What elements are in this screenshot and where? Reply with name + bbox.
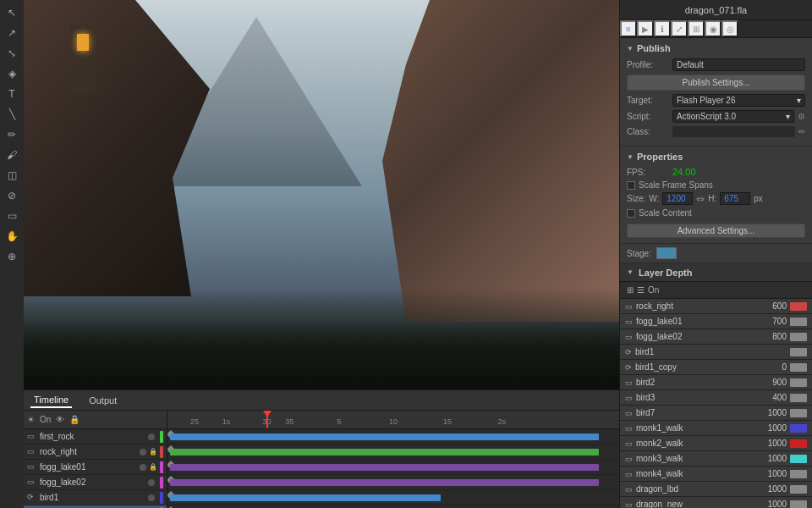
scale-content-checkbox[interactable]	[627, 209, 635, 218]
ld-layer-value: 400	[756, 393, 787, 402]
left-toolbar: ↖ ↗ ⤡ ◈ T ╲ ✏ 🖌 ◫ ⊘ ▭ ✋ ⊕	[0, 0, 24, 508]
ruler-mark-15: 15	[443, 417, 452, 426]
free-transform-tool[interactable]: ⤡	[3, 44, 21, 63]
info-icon-btn[interactable]: ℹ	[654, 20, 671, 37]
stage-row: Stage:	[620, 244, 812, 263]
script-settings-btn[interactable]: ⚙	[798, 112, 805, 121]
profile-value: Default	[672, 58, 805, 71]
timeline-area: Timeline Output ☀ On 👁 🔒 ▭ first_rock	[24, 389, 619, 508]
tab-output[interactable]: Output	[85, 394, 120, 407]
fps-value[interactable]: 24.00	[672, 167, 696, 177]
advanced-settings-btn[interactable]: Advanced Settings...	[627, 224, 805, 238]
pencil-tool[interactable]: ✏	[3, 125, 21, 144]
stage-color-swatch[interactable]	[656, 247, 677, 259]
ld-row-rock-right[interactable]: ▭ rock_right 600	[620, 299, 812, 314]
publish-section: ▼ Publish Profile: Default Publish Setti…	[620, 38, 812, 146]
layer-color-bar	[160, 446, 163, 458]
layer-depth-title: Layer Depth	[639, 268, 693, 278]
layer-name: first_rock	[40, 432, 145, 441]
class-input[interactable]	[672, 126, 795, 137]
subselection-tool[interactable]: ↗	[3, 24, 21, 42]
track-bar	[170, 464, 599, 471]
scale-content-label: Scale Content	[639, 208, 692, 218]
ld-layer-value: 1000	[756, 469, 787, 478]
track-row-bird1[interactable]	[167, 490, 619, 505]
ld-row-bird7[interactable]: ▭ bird7 1000	[620, 406, 812, 421]
canvas-area[interactable]	[24, 0, 619, 389]
ld-row-dragon-new[interactable]: ▭ dragon_new 1000	[620, 497, 812, 508]
ld-layer-name: dragon_new	[636, 500, 753, 508]
stage-canvas	[24, 0, 619, 389]
ld-row-monk3-walk[interactable]: ▭ monk3_walk 1000	[620, 451, 812, 467]
eyedropper-tool[interactable]: ⊘	[3, 186, 21, 205]
layer-lock-icon: 🔒	[69, 415, 80, 424]
ld-row-fogg-lake01[interactable]: ▭ fogg_lake01 700	[620, 314, 812, 329]
width-value[interactable]: 1200	[662, 192, 693, 205]
ld-row-monk2-walk[interactable]: ▭ monk2_walk 1000	[620, 436, 812, 451]
ld-row-bird1[interactable]: ⟳ bird1	[620, 345, 812, 360]
gradient-tool[interactable]: ◈	[3, 64, 21, 83]
layer-rock-right[interactable]: ▭ rock_right 🔒	[24, 444, 167, 460]
publish-icon-btn[interactable]: ▶	[637, 20, 654, 37]
ld-row-fogg-lake02[interactable]: ▭ fogg_lake02 800	[620, 329, 812, 345]
layer-bird1[interactable]: ⟳ bird1	[24, 490, 167, 505]
layer-depth-rows: ▭ rock_right 600 ▭ fogg_lake01 700 ▭ fog…	[620, 299, 812, 508]
eye-icon-btn[interactable]: ◎	[721, 20, 738, 37]
layer-fogg-lake02[interactable]: ▭ fogg_lake02	[24, 475, 167, 490]
layer-list: ☀ On 👁 🔒 ▭ first_rock ▭ rock_right 🔒	[24, 411, 167, 508]
ld-row-monk4-walk[interactable]: ▭ monk4_walk 1000	[620, 467, 812, 482]
layer-fogg-lake01[interactable]: ▭ fogg_lake01 🔒	[24, 460, 167, 475]
ld-layer-value: 1000	[756, 408, 787, 417]
layer-type-icon: ▭	[27, 447, 37, 457]
ld-type-icon: ▭	[625, 470, 633, 478]
ld-row-bird3[interactable]: ▭ bird3 400	[620, 390, 812, 406]
ld-layer-value: 1000	[756, 439, 787, 448]
properties-section: ▼ Properties FPS: 24.00 Scale Frame Span…	[620, 146, 812, 244]
selection-tool[interactable]: ↖	[3, 3, 21, 22]
zoom-tool[interactable]: ⊕	[3, 247, 21, 266]
target-dropdown[interactable]: Flash Player 26 ▾	[672, 94, 805, 107]
ld-type-icon: ▭	[625, 302, 633, 311]
layer-first-rock[interactable]: ▭ first_rock	[24, 429, 167, 444]
script-dropdown[interactable]: ActionScript 3.0 ▾	[672, 110, 794, 123]
track-row-fogg-lake02[interactable]	[167, 475, 619, 490]
ld-row-bird2[interactable]: ▭ bird2 900	[620, 375, 812, 390]
align-icon-btn[interactable]: ⊞	[688, 20, 705, 37]
ld-on-label: On	[648, 285, 659, 295]
transform-icon-btn[interactable]: ⤢	[671, 20, 688, 37]
ld-color-bar	[790, 363, 807, 372]
timeline-body: ☀ On 👁 🔒 ▭ first_rock ▭ rock_right 🔒	[24, 411, 619, 508]
ld-layer-name: dragon_lbd	[636, 484, 753, 494]
stage-label: Stage:	[627, 249, 651, 258]
layer-type-icon: ▭	[27, 462, 37, 472]
paint-bucket-tool[interactable]: ◫	[3, 166, 21, 185]
ld-row-bird1-copy[interactable]: ⟳ bird1_copy 0	[620, 360, 812, 375]
ld-layer-name: bird1_copy	[635, 362, 753, 372]
tab-timeline[interactable]: Timeline	[30, 393, 72, 408]
ld-type-icon: ▭	[625, 485, 633, 494]
properties-icon-btn[interactable]: ≡	[620, 20, 637, 37]
height-value[interactable]: 675	[720, 192, 750, 205]
ld-layer-name: rock_right	[636, 301, 753, 311]
class-edit-btn[interactable]: ✏	[798, 127, 805, 136]
timeline-tracks[interactable]: 1s 5 10 15 2s 25 30 35	[167, 411, 619, 508]
layer-name: rock_right	[40, 447, 137, 456]
ld-row-monk1-walk[interactable]: ▭ monk1_walk 1000	[620, 421, 812, 436]
ld-row-dragon-lbd[interactable]: ▭ dragon_lbd 1000	[620, 482, 812, 497]
eraser-tool[interactable]: ▭	[3, 207, 21, 225]
layer-lock: 🔒	[149, 448, 157, 456]
brush-tool[interactable]: 🖌	[3, 146, 21, 164]
triangle-icon: ▼	[627, 153, 634, 161]
color-icon-btn[interactable]: ◉	[705, 20, 721, 37]
ruler-mark-1s: 1s	[222, 417, 231, 426]
timeline-header: Timeline Output	[24, 390, 619, 411]
publish-settings-btn[interactable]: Publish Settings...	[627, 75, 805, 91]
line-tool[interactable]: ╲	[3, 105, 21, 124]
hand-tool[interactable]: ✋	[3, 227, 21, 246]
track-row-rock-right[interactable]	[167, 444, 619, 460]
playhead[interactable]	[266, 411, 268, 428]
track-row-fogg-lake01[interactable]	[167, 460, 619, 475]
track-row-first-rock[interactable]	[167, 429, 619, 444]
text-tool[interactable]: T	[3, 85, 21, 103]
scale-frame-checkbox[interactable]	[627, 181, 635, 190]
